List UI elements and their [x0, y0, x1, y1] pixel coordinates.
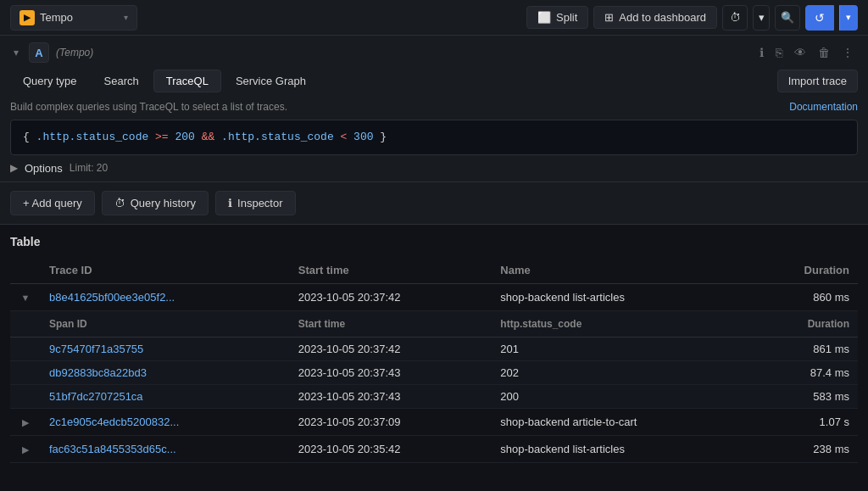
sub-col-duration: Duration	[752, 310, 858, 337]
sub-col-start-time: Start time	[290, 310, 492, 337]
add-dashboard-button[interactable]: ⊞ Add to dashboard	[593, 6, 717, 29]
split-button[interactable]: ⬜ Split	[526, 6, 588, 29]
sub-status-cell: 202	[492, 360, 752, 384]
panel-delete-icon[interactable]: 🗑	[814, 44, 834, 61]
expand-button[interactable]: ▶	[19, 417, 32, 428]
expand-button[interactable]: ▼	[19, 293, 32, 303]
col-name: Name	[492, 257, 752, 284]
sub-start-time-cell: 2023-10-05 20:37:42	[290, 337, 492, 360]
code-attr-1: .http.status_code	[36, 131, 149, 143]
row-expand-cell[interactable]: ▶	[10, 435, 41, 462]
start-time-cell: 2023-10-05 20:37:09	[290, 408, 492, 435]
add-query-button[interactable]: + Add query	[10, 191, 95, 215]
expand-button[interactable]: ▶	[19, 444, 32, 455]
trace-id-link[interactable]: 2c1e905c4edcb5200832...	[49, 416, 179, 428]
sub-table-header: Span ID Start time http.status_code Dura…	[10, 310, 858, 337]
span-id-cell: db92883bc8a22bd3	[41, 360, 290, 384]
col-duration: Duration	[752, 257, 858, 284]
top-bar-left: ▶ Tempo ▾	[10, 5, 137, 31]
table-row: ▼ b8e41625bf00ee3e05f2... 2023-10-05 20:…	[10, 283, 858, 310]
trace-id-cell: fac63c51a8455353d65c...	[41, 435, 290, 462]
inspector-button[interactable]: ℹ Inspector	[215, 191, 295, 215]
query-panel: ▾ A (Tempo) ℹ ⎘ 👁 🗑 ⋮ Query type Search …	[0, 36, 868, 182]
start-time-cell: 2023-10-05 20:35:42	[290, 435, 492, 462]
sub-table-row: db92883bc8a22bd3 2023-10-05 20:37:43 202…	[10, 360, 858, 384]
split-icon: ⬜	[537, 11, 551, 24]
span-id-link[interactable]: db92883bc8a22bd3	[49, 366, 147, 379]
sub-table-row: 51bf7dc2707251ca 2023-10-05 20:37:43 200…	[10, 384, 858, 408]
run-query-button[interactable]: ↺	[805, 5, 834, 31]
name-cell: shop-backend list-articles	[492, 283, 752, 310]
sub-duration-cell: 861 ms	[752, 337, 858, 360]
sub-col-status-code: http.status_code	[492, 310, 752, 337]
table-row: ▶ fac63c51a8455353d65c... 2023-10-05 20:…	[10, 435, 858, 462]
code-brace-close: }	[374, 131, 387, 143]
duration-cell: 238 ms	[752, 435, 858, 462]
sub-table-row: 9c75470f71a35755 2023-10-05 20:37:42 201…	[10, 337, 858, 360]
panel-info-icon[interactable]: ℹ	[755, 44, 768, 61]
sub-start-time-cell: 2023-10-05 20:37:43	[290, 360, 492, 384]
table-section: Table Trace ID Start time Name Duration …	[0, 225, 868, 463]
query-panel-header: ▾ A (Tempo) ℹ ⎘ 👁 🗑 ⋮	[10, 42, 858, 63]
duration-cell: 1.07 s	[752, 408, 858, 435]
sub-col-span-id: Span ID	[41, 310, 290, 337]
options-row: ▶ Options Limit: 20	[10, 162, 858, 175]
trace-id-cell: b8e41625bf00ee3e05f2...	[41, 283, 290, 310]
panel-eye-icon[interactable]: 👁	[790, 44, 810, 61]
data-table: Trace ID Start time Name Duration ▼ b8e4…	[10, 257, 858, 463]
tab-service-graph[interactable]: Service Graph	[223, 70, 319, 92]
code-num-1: 200	[175, 131, 194, 143]
tab-traceql[interactable]: TraceQL	[153, 70, 221, 92]
import-trace-button[interactable]: Import trace	[777, 70, 858, 92]
inspector-icon: ℹ	[228, 197, 232, 209]
zoom-out-button[interactable]: 🔍	[775, 5, 800, 31]
start-time-cell: 2023-10-05 20:37:42	[290, 283, 492, 310]
code-brace-open: {	[23, 131, 36, 143]
panel-collapse-button[interactable]: ▾	[10, 45, 22, 60]
name-cell: shop-backend list-articles	[492, 435, 752, 462]
col-expand	[10, 257, 41, 284]
table-body: ▼ b8e41625bf00ee3e05f2... 2023-10-05 20:…	[10, 283, 858, 462]
code-num-2: 300	[353, 131, 373, 143]
trace-id-cell: 2c1e905c4edcb5200832...	[41, 408, 290, 435]
code-editor[interactable]: { .http.status_code >= 200 && .http.stat…	[10, 120, 858, 155]
tab-query-type[interactable]: Query type	[10, 70, 90, 92]
trace-id-link[interactable]: b8e41625bf00ee3e05f2...	[49, 291, 175, 304]
panel-icons: ℹ ⎘ 👁 🗑 ⋮	[755, 44, 858, 61]
code-op-2: <	[334, 131, 353, 143]
panel-copy-icon[interactable]: ⎘	[771, 44, 787, 61]
history-button[interactable]: ⏱	[722, 5, 748, 31]
table-row: ▶ 2c1e905c4edcb5200832... 2023-10-05 20:…	[10, 408, 858, 435]
trace-id-link[interactable]: fac63c51a8455353d65c...	[49, 443, 176, 455]
span-id-cell: 9c75470f71a35755	[41, 337, 290, 360]
code-and: &&	[195, 131, 221, 143]
history-dropdown-button[interactable]: ▾	[753, 5, 770, 31]
panel-source: (Tempo)	[56, 47, 93, 59]
duration-cell: 860 ms	[752, 283, 858, 310]
top-bar: ▶ Tempo ▾ ⬜ Split ⊞ Add to dashboard ⏱ ▾…	[0, 0, 868, 36]
sub-status-cell: 201	[492, 337, 752, 360]
row-expand-cell[interactable]: ▼	[10, 283, 41, 310]
sub-status-cell: 200	[492, 384, 752, 408]
dashboard-icon: ⊞	[604, 11, 614, 24]
documentation-link[interactable]: Documentation	[789, 101, 858, 113]
sub-duration-cell: 583 ms	[752, 384, 858, 408]
panel-more-icon[interactable]: ⋮	[837, 44, 858, 61]
span-id-link[interactable]: 9c75470f71a35755	[49, 343, 143, 355]
run-query-dropdown-button[interactable]: ▾	[839, 5, 858, 31]
row-expand-cell[interactable]: ▶	[10, 408, 41, 435]
span-id-link[interactable]: 51bf7dc2707251ca	[49, 390, 143, 403]
options-toggle[interactable]: Options	[25, 162, 63, 175]
panel-letter: A	[29, 42, 49, 63]
tab-search[interactable]: Search	[92, 70, 152, 92]
query-history-button[interactable]: ⏱ Query history	[102, 191, 209, 215]
datasource-selector[interactable]: ▶ Tempo ▾	[10, 5, 137, 31]
top-bar-right: ⬜ Split ⊞ Add to dashboard ⏱ ▾ 🔍 ↺ ▾	[526, 5, 858, 31]
sub-start-time-cell: 2023-10-05 20:37:43	[290, 384, 492, 408]
history-icon: ⏱	[114, 197, 125, 209]
query-tabs: Query type Search TraceQL Service Graph …	[10, 70, 858, 92]
action-bar: + Add query ⏱ Query history ℹ Inspector	[0, 182, 868, 225]
options-arrow-icon: ▶	[10, 162, 18, 174]
name-cell: shop-backend article-to-cart	[492, 408, 752, 435]
limit-label: Limit: 20	[70, 162, 108, 174]
